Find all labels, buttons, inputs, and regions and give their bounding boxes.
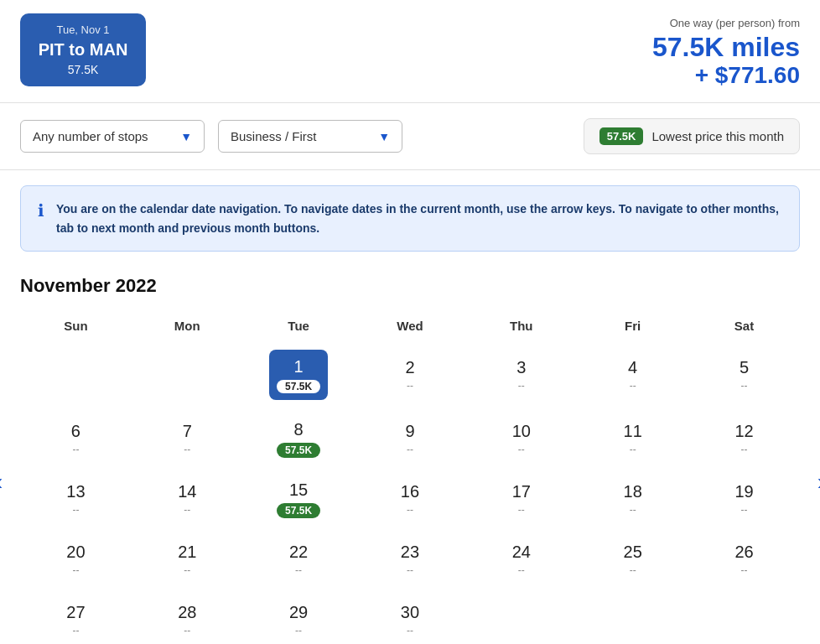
table-row[interactable]: 27 --: [20, 589, 132, 644]
table-row[interactable]: 21 --: [132, 529, 243, 589]
calendar-day[interactable]: 5 --: [715, 350, 774, 400]
day-number: 19: [734, 481, 753, 501]
calendar-day[interactable]: 13 --: [46, 474, 105, 524]
info-text: You are on the calendar date navigation.…: [56, 200, 782, 237]
calendar-day[interactable]: 28 --: [158, 595, 216, 644]
day-price: --: [184, 504, 190, 516]
table-row[interactable]: 9 --: [355, 408, 466, 469]
calendar-day-selected[interactable]: 1 57.5K: [269, 350, 328, 400]
calendar-week-row: 20 -- 21 -- 22 -- 23 -- 24 -- 25 -- 26 -…: [20, 529, 800, 589]
table-row[interactable]: 19 --: [688, 469, 800, 529]
table-row[interactable]: 13 --: [20, 469, 132, 529]
calendar-day[interactable]: 18 --: [604, 474, 662, 524]
calendar-day[interactable]: 9 --: [381, 413, 439, 464]
table-row[interactable]: 20 --: [20, 529, 132, 589]
calendar-day[interactable]: 30 --: [381, 595, 439, 644]
cash-price: + $771.60: [652, 62, 800, 89]
day-number: 4: [628, 357, 637, 377]
day-price: --: [630, 444, 636, 455]
calendar-day[interactable]: 19 --: [715, 474, 774, 524]
empty-cell: [604, 595, 662, 644]
next-month-button[interactable]: ›: [811, 462, 820, 502]
calendar-day-green[interactable]: 15 57.5K: [269, 474, 328, 524]
calendar-header-row: Sun Mon Tue Wed Thu Fri Sat: [20, 312, 800, 345]
calendar-day[interactable]: 3 --: [492, 350, 551, 400]
calendar-day[interactable]: 6 --: [46, 413, 105, 464]
calendar-day[interactable]: 14 --: [158, 474, 216, 524]
calendar-day[interactable]: 7 --: [158, 413, 216, 464]
calendar-day[interactable]: 22 --: [269, 534, 328, 584]
table-row[interactable]: 26 --: [688, 529, 800, 589]
miles-price: 57.5K miles: [652, 33, 800, 62]
flight-date: Tue, Nov 1: [37, 23, 129, 36]
table-row[interactable]: 29 --: [243, 589, 355, 644]
table-row[interactable]: 3 --: [465, 345, 577, 408]
table-row[interactable]: 12 --: [688, 408, 800, 469]
day-price: --: [741, 504, 748, 516]
day-header-wed: Wed: [355, 312, 466, 345]
table-row[interactable]: 5 --: [688, 345, 800, 408]
table-row[interactable]: 7 --: [132, 408, 243, 469]
day-number: 8: [294, 419, 304, 439]
stops-filter[interactable]: Any number of stops ▼: [20, 120, 205, 153]
stops-chevron-icon: ▼: [180, 130, 192, 143]
calendar-day[interactable]: 23 --: [381, 534, 439, 584]
empty-cell: [492, 595, 551, 644]
day-header-mon: Mon: [132, 312, 243, 345]
calendar-day[interactable]: 26 --: [715, 534, 774, 584]
day-number: 9: [405, 421, 414, 441]
table-row[interactable]: 14 --: [132, 469, 243, 529]
day-price: --: [741, 444, 748, 455]
calendar-day[interactable]: 21 --: [158, 534, 216, 584]
day-price: --: [184, 625, 190, 636]
table-row[interactable]: 22 --: [243, 529, 355, 589]
table-row[interactable]: 15 57.5K: [243, 469, 355, 529]
table-row[interactable]: 8 57.5K: [243, 408, 355, 469]
table-row[interactable]: 25 --: [577, 529, 688, 589]
calendar-day[interactable]: 11 --: [604, 413, 662, 464]
table-row[interactable]: 6 --: [20, 408, 132, 469]
table-row[interactable]: 17 --: [465, 469, 577, 529]
calendar-day[interactable]: 24 --: [492, 534, 551, 584]
table-row[interactable]: 24 --: [465, 529, 577, 589]
table-row[interactable]: 28 --: [132, 589, 243, 644]
calendar-day-green[interactable]: 8 57.5K: [269, 413, 328, 464]
table-row[interactable]: 2 --: [355, 345, 466, 408]
day-number: 28: [178, 602, 196, 622]
calendar-day[interactable]: 20 --: [46, 534, 105, 584]
table-row[interactable]: 10 --: [465, 408, 577, 469]
day-header-fri: Fri: [577, 312, 688, 345]
calendar-day[interactable]: 29 --: [269, 595, 328, 644]
table-row[interactable]: 4 --: [577, 345, 688, 408]
day-price: --: [518, 564, 525, 576]
prev-month-button[interactable]: ‹: [0, 462, 9, 502]
table-row[interactable]: 23 --: [355, 529, 466, 589]
calendar-day[interactable]: 16 --: [381, 474, 439, 524]
day-number: 18: [624, 481, 642, 501]
calendar-section: November 2022 ‹ Sun Mon Tue Wed Thu Fri …: [0, 267, 820, 644]
table-row[interactable]: 16 --: [355, 469, 466, 529]
calendar-week-row: 13 -- 14 -- 15 57.5K 16 -- 17 -- 18 -- 1…: [20, 469, 800, 529]
calendar-day[interactable]: 25 --: [604, 534, 662, 584]
day-number: 26: [734, 542, 753, 562]
cabin-filter[interactable]: Business / First ▼: [218, 120, 402, 153]
calendar-day[interactable]: 4 --: [604, 350, 662, 400]
table-row: [465, 589, 577, 644]
day-price: --: [741, 380, 748, 392]
table-row[interactable]: 18 --: [577, 469, 688, 529]
day-number: 7: [183, 421, 192, 441]
calendar-day[interactable]: 12 --: [715, 413, 774, 464]
calendar-day[interactable]: 10 --: [492, 413, 551, 464]
table-row[interactable]: 1 57.5K: [243, 345, 355, 408]
header: Tue, Nov 1 PIT to MAN 57.5K One way (per…: [0, 0, 820, 103]
day-header-sun: Sun: [20, 312, 132, 345]
calendar-day[interactable]: 17 --: [492, 474, 551, 524]
day-number: 25: [624, 542, 642, 562]
table-row[interactable]: 30 --: [355, 589, 466, 644]
day-number: 21: [178, 542, 196, 562]
table-row[interactable]: 11 --: [577, 408, 688, 469]
day-number: 17: [512, 481, 531, 501]
calendar-day[interactable]: 2 --: [381, 350, 439, 400]
calendar-day[interactable]: 27 --: [46, 595, 105, 644]
day-price: --: [630, 380, 636, 392]
